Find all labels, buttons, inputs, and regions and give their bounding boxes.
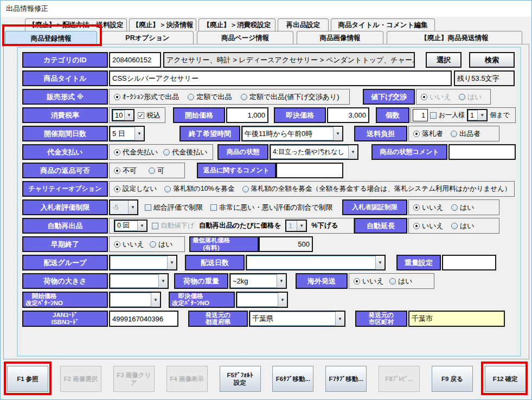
chevron-down-icon[interactable]: ▼ — [375, 256, 384, 269]
tab-title-comment-edit[interactable]: 商品タイトル・コメント編集 — [331, 18, 435, 31]
category-search-button[interactable]: 検索 — [469, 52, 515, 68]
row-auto-relist: 自動再出品 0 回▼ 自動値下げ 自動再出品のたびに価格を 1▼ %下げる 自動… — [22, 218, 516, 234]
product-title-input[interactable]: CSSシルバーアクセサリー — [109, 70, 452, 86]
chevron-down-icon[interactable]: ▼ — [167, 256, 176, 269]
tab-product-shipping-info-deprecated[interactable]: 【廃止】商品発送情報 — [387, 31, 522, 44]
per-person-count-combo[interactable]: 1▼ — [467, 109, 488, 121]
radio-prepayment[interactable]: 代金先払い — [114, 147, 158, 157]
checkbox-checked-icon — [138, 112, 144, 119]
f9-back-button[interactable]: F9 戻る — [432, 366, 473, 392]
category-id-input[interactable]: 2084060152 — [109, 52, 161, 68]
chevron-down-icon[interactable]: ▼ — [277, 274, 286, 288]
chevron-down-icon[interactable]: ▼ — [333, 127, 342, 140]
rating-limit-combo[interactable]: -5▼ — [109, 199, 138, 215]
tab-product-page-info[interactable]: 商品ページ情報 — [197, 31, 293, 44]
end-time-combo[interactable]: 午後11時から午前0時▼ — [241, 126, 343, 141]
bad-rating-ratio-checkbox-option[interactable]: 非常に悪い・悪い評価の割合で制限 — [210, 199, 333, 215]
start-pattern-combo[interactable]: ▼ — [109, 292, 161, 308]
f6-tab-move-button[interactable]: F6ﾀﾌﾞ移動... — [272, 366, 313, 392]
radio-on-icon — [114, 167, 120, 174]
return-comment-input[interactable] — [276, 163, 343, 178]
condition-comment-input[interactable] — [448, 144, 516, 160]
tab-pr-option[interactable]: PRオプション — [101, 31, 194, 44]
radio-fixed-price[interactable]: 定額で出品 — [188, 92, 232, 102]
radio-off-icon — [241, 94, 247, 100]
f4-image-show-button[interactable]: F4 画像表示 — [166, 366, 208, 392]
chevron-down-icon[interactable]: ▼ — [158, 274, 168, 288]
buyout-price-input[interactable]: 3,000 — [327, 107, 369, 123]
pref-combo[interactable]: 千葉県▼ — [249, 311, 345, 327]
auto-price-cut-checkbox-option[interactable]: 自動値下げ — [152, 221, 195, 230]
ship-group-combo[interactable]: ▼ — [109, 255, 177, 270]
radio-auth-no[interactable]: いいえ — [413, 203, 444, 212]
f5-default-settings-button[interactable]: F5ﾃﾞﾌｫﾙﾄ 設定 — [220, 366, 261, 392]
chevron-down-icon[interactable]: ▼ — [134, 127, 144, 140]
auto-relist-percent-combo[interactable]: 1▼ — [285, 220, 307, 232]
chevron-down-icon[interactable]: ▼ — [137, 221, 146, 231]
auto-relist-count-combo[interactable]: 0 回▼ — [114, 220, 148, 232]
pkg-size-combo[interactable]: ▼ — [109, 273, 169, 289]
radio-extend-no[interactable]: いいえ — [413, 221, 444, 231]
chevron-down-icon[interactable]: ▼ — [335, 312, 344, 326]
tax-rate-combo[interactable]: 10▼ — [112, 109, 134, 121]
radio-winner-pays[interactable]: 落札者 — [413, 129, 443, 139]
quantity-label: 個数 — [376, 107, 409, 123]
chevron-down-icon[interactable]: ▼ — [348, 145, 357, 159]
tab-shipping-method-deprecated[interactable]: 【廃止】＞配送方法・送料設定 — [25, 18, 127, 31]
f1-reference-button[interactable]: F1 参照 — [7, 366, 48, 392]
radio-charity-none[interactable]: 設定しない — [114, 184, 157, 193]
tab-product-registration[interactable]: 商品登録情報 — [5, 31, 97, 46]
tax-included-checkbox-option[interactable]: 税込 — [138, 111, 161, 120]
pkg-weight-combo[interactable]: ~2kg▼ — [229, 273, 287, 289]
chevron-down-icon[interactable]: ▼ — [128, 201, 137, 214]
chevron-down-icon[interactable]: ▼ — [297, 221, 306, 231]
start-price-input[interactable]: 1,000 — [226, 107, 268, 123]
f8-preview-button[interactable]: F8ﾌﾟﾚﾋﾞ... — [379, 366, 420, 392]
quantity-input[interactable]: 1 — [413, 109, 428, 121]
radio-charity-full[interactable]: 落札額の全額を募金（全額を募金する場合は、落札システム利用料はかかりません） — [242, 184, 511, 193]
tab-payment-info-deprecated[interactable]: 【廃止】＞決済情報 — [129, 18, 196, 31]
jan-code-input[interactable]: 4999167040396 — [109, 311, 178, 327]
ship-days-combo[interactable]: ▼ — [246, 255, 386, 270]
radio-return-not-allowed[interactable]: 不可 — [114, 166, 137, 176]
radio-negotiation-yes[interactable]: はい — [459, 92, 482, 102]
radio-fixed-price-negotiable[interactable]: 定額で出品(値下げ交渉あり) — [241, 92, 339, 102]
weight-setting-input[interactable] — [442, 255, 496, 270]
radio-postpayment[interactable]: 代金後払い — [163, 147, 207, 157]
radio-auction-format[interactable]: ｵｰｸｼｮﾝ形式で出品 — [114, 92, 179, 102]
chevron-down-icon[interactable]: ▼ — [477, 110, 486, 120]
radio-return-allowed[interactable]: 可 — [149, 166, 164, 176]
radio-seller-pays[interactable]: 出品者 — [451, 129, 480, 139]
chevron-down-icon[interactable]: ▼ — [124, 110, 133, 120]
radio-negotiation-no[interactable]: いいえ — [421, 92, 451, 102]
min-price-input[interactable]: 500 — [259, 236, 313, 252]
radio-on-icon — [114, 149, 120, 156]
overall-rating-checkbox-option[interactable]: 総合評価で制限 — [145, 199, 203, 215]
radio-extend-yes[interactable]: はい — [451, 221, 475, 231]
per-person-checkbox[interactable] — [430, 112, 437, 119]
buyout-pattern-combo[interactable]: ▼ — [236, 292, 288, 308]
radio-overseas-yes[interactable]: はい — [389, 276, 413, 286]
radio-off-icon — [149, 167, 155, 174]
duration-combo[interactable]: 5 日▼ — [109, 126, 145, 141]
f12-confirm-button[interactable]: F12 確定 — [485, 366, 526, 392]
condition-combo[interactable]: 4:目立った傷や汚れなし▼ — [270, 144, 358, 160]
overseas-label: 海外発送 — [296, 273, 348, 289]
radio-early-end-yes[interactable]: はい — [150, 240, 173, 249]
radio-auth-yes[interactable]: はい — [451, 203, 475, 212]
f3-image-clear-button[interactable]: F3 画像クリア — [113, 366, 155, 392]
chevron-down-icon[interactable]: ▼ — [278, 293, 287, 307]
radio-overseas-no[interactable]: いいえ — [354, 276, 384, 286]
tab-tax-settings-deprecated[interactable]: 【廃止】＞消費税設定 — [198, 18, 275, 31]
tab-relist-settings[interactable]: 再出品設定 — [278, 18, 329, 31]
chevron-down-icon[interactable]: ▼ — [151, 293, 160, 307]
radio-off-icon — [451, 131, 457, 137]
radio-charity-10-percent[interactable]: 落札額の10%を募金 — [164, 184, 234, 193]
f2-image-select-button[interactable]: F2 画像選択 — [60, 366, 101, 392]
radio-early-end-no[interactable]: いいえ — [114, 240, 144, 249]
tab-product-image-info[interactable]: 商品画像情報 — [297, 31, 383, 44]
f7-tab-move-button[interactable]: F7ﾀﾌﾞ移動... — [325, 366, 367, 392]
city-input[interactable]: 千葉市 — [408, 311, 505, 327]
category-select-button[interactable]: 選択 — [426, 52, 462, 68]
radio-on-icon — [354, 278, 360, 285]
